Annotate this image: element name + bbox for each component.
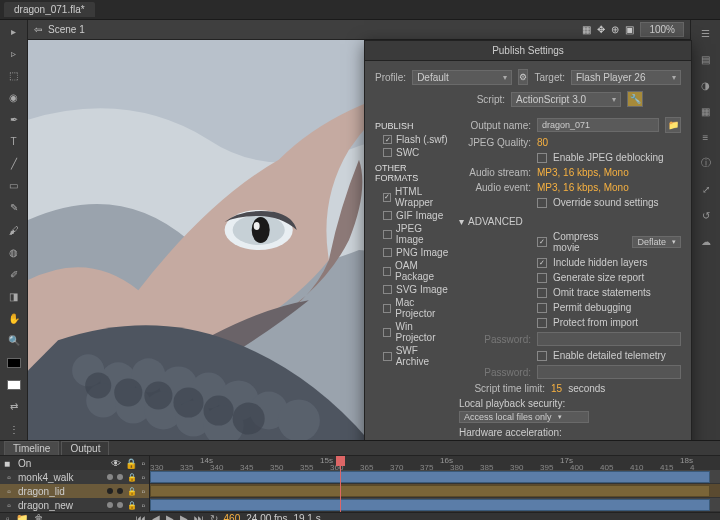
bucket-tool[interactable]: ◍ [0, 241, 27, 263]
clip-icon[interactable]: ▣ [625, 24, 634, 35]
permit-debug-checkbox[interactable] [537, 303, 547, 313]
telemetry-password-label: Password: [459, 367, 531, 378]
size-report-checkbox[interactable] [537, 273, 547, 283]
output-tab[interactable]: Output [61, 441, 109, 455]
layer-list: ■On👁🔒▫ ▫monk4_walk🔒▫ ▫dragon_lid🔒▫ ▫drag… [0, 456, 150, 512]
svg-point-21 [173, 387, 203, 417]
hand-tool[interactable]: ✋ [0, 307, 27, 329]
zoom-tool[interactable]: 🔍 [0, 330, 27, 352]
audio-event-value[interactable]: MP3, 16 kbps, Mono [537, 182, 629, 193]
script-time-value[interactable]: 15 [551, 383, 562, 394]
info-panel-icon[interactable]: ⓘ [691, 150, 720, 176]
properties-panel-icon[interactable]: ☰ [691, 20, 720, 46]
first-frame-icon[interactable]: ⏮ [136, 513, 146, 520]
playback-security-select[interactable]: Access local files only [459, 411, 589, 423]
telemetry-password-input [537, 365, 681, 379]
playhead[interactable] [340, 456, 341, 512]
free-transform-tool[interactable]: ⬚ [0, 64, 27, 86]
format-swc[interactable]: SWC [375, 146, 451, 159]
layer-row[interactable]: ▫dragon_lid🔒▫ [0, 484, 149, 498]
edit-symbols-icon[interactable]: ✥ [597, 24, 605, 35]
profile-select[interactable]: Default [412, 70, 512, 85]
format-jpeg[interactable]: JPEG Image [375, 222, 451, 246]
brush-tool[interactable]: 🖌 [0, 219, 27, 241]
new-folder-icon[interactable]: 📁 [16, 513, 28, 520]
format-win[interactable]: Win Projector [375, 320, 451, 344]
fill-color-swatch[interactable] [0, 374, 27, 396]
align-panel-icon[interactable]: ≡ [691, 124, 720, 150]
new-layer-icon[interactable]: ▫ [6, 513, 10, 520]
script-select[interactable]: ActionScript 3.0 [511, 92, 621, 107]
hidden-layers-label: Include hidden layers [553, 257, 648, 268]
layer-row[interactable]: ▫dragon_new🔒▫ [0, 498, 149, 512]
options-icon[interactable]: ⋮ [0, 418, 27, 440]
scene-label[interactable]: Scene 1 [48, 24, 85, 35]
browse-icon[interactable]: 📁 [665, 117, 681, 133]
swap-colors-icon[interactable]: ⇄ [0, 396, 27, 418]
transform-panel-icon[interactable]: ⤢ [691, 176, 720, 202]
format-gif[interactable]: GIF Image [375, 209, 451, 222]
timeline-frames[interactable]: 14s15s16s17s18s3303353403453503553603653… [150, 456, 720, 512]
last-frame-icon[interactable]: ⏭ [194, 513, 204, 520]
selection-tool[interactable]: ▸ [0, 20, 27, 42]
cc-panel-icon[interactable]: ☁ [691, 228, 720, 254]
stroke-color-swatch[interactable] [0, 352, 27, 374]
current-frame[interactable]: 460 [224, 513, 241, 520]
format-svg[interactable]: SVG Image [375, 283, 451, 296]
rectangle-tool[interactable]: ▭ [0, 175, 27, 197]
audio-stream-value[interactable]: MP3, 16 kbps, Mono [537, 167, 629, 178]
pen-tool[interactable]: ✒ [0, 108, 27, 130]
format-mac[interactable]: Mac Projector [375, 296, 451, 320]
omit-trace-label: Omit trace statements [553, 287, 651, 298]
text-tool[interactable]: T [0, 131, 27, 153]
format-html[interactable]: ✓HTML Wrapper [375, 185, 451, 209]
compress-checkbox[interactable]: ✓ [537, 237, 547, 247]
panel-dock: ☰ ▤ ◑ ▦ ≡ ⓘ ⤢ ↺ ☁ [690, 20, 720, 440]
line-tool[interactable]: ╱ [0, 153, 27, 175]
next-frame-icon[interactable]: ▶ [180, 513, 188, 520]
prev-frame-icon[interactable]: ◀ [152, 513, 160, 520]
protect-import-checkbox[interactable] [537, 318, 547, 328]
fps-value[interactable]: 24.00 fps [246, 513, 287, 520]
delete-layer-icon[interactable]: 🗑 [34, 513, 44, 520]
output-name-input[interactable] [537, 118, 659, 132]
pencil-tool[interactable]: ✎ [0, 197, 27, 219]
jpeg-deblock-checkbox[interactable] [537, 153, 547, 163]
hardware-accel-label: Hardware acceleration: [459, 427, 562, 438]
format-swfarchive[interactable]: SWF Archive [375, 344, 451, 368]
profile-options-icon[interactable]: ⚙ [518, 69, 528, 85]
subselection-tool[interactable]: ▹ [0, 42, 27, 64]
omit-trace-checkbox[interactable] [537, 288, 547, 298]
timeline-tab[interactable]: Timeline [4, 441, 59, 455]
format-png[interactable]: PNG Image [375, 246, 451, 259]
profile-label: Profile: [375, 72, 406, 83]
swatches-panel-icon[interactable]: ▦ [691, 98, 720, 124]
back-icon[interactable]: ⇦ [34, 24, 42, 35]
compress-type-select[interactable]: Deflate [632, 236, 681, 248]
center-stage-icon[interactable]: ⊕ [611, 24, 619, 35]
advanced-disclosure-icon[interactable]: ▾ [459, 216, 464, 227]
script-label: Script: [469, 94, 505, 105]
target-select[interactable]: Flash Player 26 [571, 70, 681, 85]
jpeg-quality-label: JPEG Quality: [459, 137, 531, 148]
zoom-selector[interactable]: 100% [640, 22, 684, 37]
library-panel-icon[interactable]: ▤ [691, 46, 720, 72]
eyedropper-tool[interactable]: ✐ [0, 263, 27, 285]
override-sound-checkbox[interactable] [537, 198, 547, 208]
edit-scene-icon[interactable]: ▦ [582, 24, 591, 35]
history-panel-icon[interactable]: ↺ [691, 202, 720, 228]
lasso-tool[interactable]: ◉ [0, 86, 27, 108]
loop-icon[interactable]: ↻ [210, 513, 218, 520]
color-panel-icon[interactable]: ◑ [691, 72, 720, 98]
layer-row[interactable]: ▫monk4_walk🔒▫ [0, 470, 149, 484]
document-tab[interactable]: dragon_071.fla* [4, 2, 95, 17]
telemetry-checkbox[interactable] [537, 351, 547, 361]
format-oam[interactable]: OAM Package [375, 259, 451, 283]
play-icon[interactable]: ▶ [166, 513, 174, 520]
script-settings-icon[interactable]: 🔧 [627, 91, 643, 107]
edit-bar: ⇦ Scene 1 ▦ ✥ ⊕ ▣ 100% [28, 20, 690, 40]
format-flash[interactable]: ✓Flash (.swf) [375, 133, 451, 146]
jpeg-quality-value[interactable]: 80 [537, 137, 548, 148]
eraser-tool[interactable]: ◨ [0, 285, 27, 307]
hidden-layers-checkbox[interactable]: ✓ [537, 258, 547, 268]
